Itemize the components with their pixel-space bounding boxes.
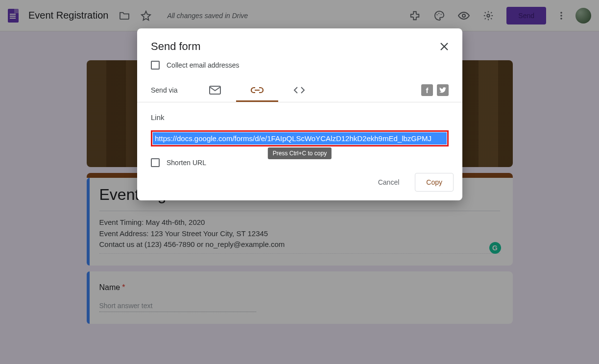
copy-tooltip: Press Ctrl+C to copy [268, 147, 332, 159]
facebook-share-icon[interactable]: f [421, 84, 433, 96]
shorten-url-label: Shorten URL [167, 159, 206, 167]
send-form-modal: Send form Collect email addresses Send v… [137, 28, 462, 200]
link-section: Link Press Ctrl+C to copy [137, 102, 462, 151]
link-highlight-box [151, 130, 449, 146]
shorten-url-checkbox[interactable] [151, 158, 160, 167]
modal-header: Send form [137, 28, 462, 58]
modal-title: Send form [151, 40, 440, 53]
tab-email[interactable] [194, 78, 236, 102]
copy-button[interactable]: Copy [415, 173, 454, 192]
send-via-tabs: Send via f [137, 78, 462, 102]
close-icon[interactable] [440, 42, 449, 51]
cancel-button[interactable]: Cancel [370, 174, 407, 190]
modal-actions: Cancel Copy [137, 167, 462, 200]
twitter-share-icon[interactable] [437, 84, 449, 96]
link-url-input[interactable] [153, 132, 447, 145]
link-section-label: Link [151, 113, 449, 121]
send-via-label: Send via [151, 79, 177, 101]
tab-embed[interactable] [278, 78, 320, 102]
collect-emails-checkbox[interactable] [151, 61, 160, 70]
collect-emails-row: Collect email addresses [137, 58, 462, 78]
social-share: f [421, 84, 449, 96]
collect-emails-label: Collect email addresses [167, 61, 240, 69]
tab-link[interactable] [236, 78, 278, 102]
